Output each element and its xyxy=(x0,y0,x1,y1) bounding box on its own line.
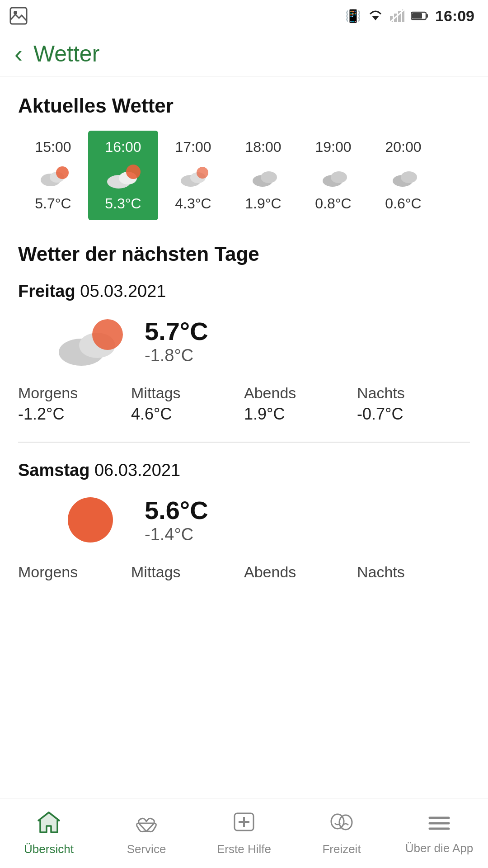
svg-marker-2 xyxy=(372,16,379,20)
saturday-midday-label: Mittags xyxy=(131,563,181,581)
hourly-temp-4: 0.8°C xyxy=(315,195,351,212)
bottom-nav: Übersicht Service Erste Hilfe xyxy=(0,798,488,868)
nav-label-ubersicht: Übersicht xyxy=(24,842,74,856)
hourly-icon-4 xyxy=(315,162,352,189)
nav-item-service[interactable]: Service xyxy=(98,811,195,856)
nav-label-erste-hilfe: Erste Hilfe xyxy=(217,842,271,856)
svg-point-29 xyxy=(68,497,113,542)
vibrate-icon: 📳 xyxy=(345,9,361,24)
divider-1 xyxy=(18,442,470,443)
nav-item-erste-hilfe[interactable]: Erste Hilfe xyxy=(195,811,293,856)
firstaid-icon xyxy=(232,811,256,839)
friday-main-row: 5.7°C -1.8°C xyxy=(18,314,470,368)
nav-item-ubersicht[interactable]: Übersicht xyxy=(0,811,98,856)
hourly-item-0[interactable]: 15:00 5.7°C xyxy=(18,131,88,220)
saturday-date: 06.03.2021 xyxy=(94,461,180,480)
friday-periods: Morgens -1.2°C Mittags 4.6°C Abends 1.9°… xyxy=(18,384,470,424)
saturday-periods: Morgens Mittags Abends Nachts xyxy=(18,563,470,584)
friday-night-temp: -0.7°C xyxy=(357,405,403,424)
svg-point-25 xyxy=(401,171,417,183)
svg-marker-31 xyxy=(38,812,59,832)
forecast-section: Wetter der nächsten Tage Freitag 05.03.2… xyxy=(18,243,470,584)
svg-point-16 xyxy=(126,165,141,179)
nav-label-uber-die-app: Über die App xyxy=(405,841,473,855)
day-forecast-saturday: Samstag 06.03.2021 5.6°C -1.4°C Morgens xyxy=(18,461,470,584)
saturday-midday: Mittags xyxy=(131,563,244,584)
hourly-item-2[interactable]: 17:00 4.3°C xyxy=(158,131,228,220)
friday-header: Freitag 05.03.2021 xyxy=(18,282,470,301)
saturday-temp-low: -1.4°C xyxy=(145,525,208,544)
friday-morning-label: Morgens xyxy=(18,384,78,402)
hourly-item-4[interactable]: 19:00 0.8°C xyxy=(298,131,368,220)
nav-label-service: Service xyxy=(127,842,166,856)
hourly-icon-0 xyxy=(35,162,71,189)
hourly-row: 15:00 5.7°C 16:00 xyxy=(18,131,438,220)
friday-morning-temp: -1.2°C xyxy=(18,405,64,424)
saturday-morning: Morgens xyxy=(18,563,131,584)
saturday-night: Nachts xyxy=(357,563,470,584)
clock-display: 16:09 xyxy=(435,7,474,25)
saturday-temps: 5.6°C -1.4°C xyxy=(145,495,208,544)
friday-evening: Abends 1.9°C xyxy=(244,384,357,424)
back-button[interactable]: ‹ xyxy=(14,42,23,66)
friday-midday-temp: 4.6°C xyxy=(131,405,172,424)
svg-point-21 xyxy=(261,171,277,183)
hourly-temp-3: 1.9°C xyxy=(245,195,281,212)
status-bar-right: 📳 16:09 xyxy=(345,7,474,25)
hourly-time-0: 15:00 xyxy=(35,139,71,156)
saturday-icon xyxy=(54,493,127,547)
current-weather-title: Aktuelles Wetter xyxy=(18,94,470,117)
hourly-icon-5 xyxy=(385,162,422,189)
status-bar: 📳 16:09 xyxy=(0,0,488,32)
friday-temp-low: -1.8°C xyxy=(145,346,208,365)
saturday-dayname: Samstag xyxy=(18,461,89,480)
nav-item-uber-die-app[interactable]: Über die App xyxy=(390,811,488,855)
svg-point-13 xyxy=(56,166,69,179)
hourly-icon-2 xyxy=(175,162,211,189)
svg-rect-0 xyxy=(10,8,27,24)
saturday-temp-high: 5.6°C xyxy=(145,495,208,525)
hourly-item-3[interactable]: 18:00 1.9°C xyxy=(228,131,298,220)
svg-point-36 xyxy=(339,815,352,830)
menu-icon xyxy=(427,811,451,838)
friday-night: Nachts -0.7°C xyxy=(357,384,470,424)
header: ‹ Wetter xyxy=(0,32,488,76)
friday-temp-high: 5.7°C xyxy=(145,316,208,346)
svg-rect-10 xyxy=(412,13,422,19)
theater-icon xyxy=(329,811,354,839)
nav-item-freizeit[interactable]: Freizeit xyxy=(293,811,390,856)
current-weather-section: Aktuelles Wetter 15:00 5.7°C xyxy=(18,94,470,220)
hourly-icon-1 xyxy=(105,162,141,189)
saturday-evening-label: Abends xyxy=(244,563,296,581)
hourly-temp-5: 0.6°C xyxy=(385,195,421,212)
wifi-icon xyxy=(367,9,384,22)
saturday-header: Samstag 06.03.2021 xyxy=(18,461,470,480)
friday-temps: 5.7°C -1.8°C xyxy=(145,316,208,365)
hourly-time-5: 20:00 xyxy=(385,139,421,156)
home-icon xyxy=(37,811,61,839)
forecast-title: Wetter der nächsten Tage xyxy=(18,243,470,265)
image-icon xyxy=(9,6,28,25)
hourly-temp-1: 5.3°C xyxy=(105,195,141,212)
signal-icon xyxy=(390,9,404,22)
friday-evening-temp: 1.9°C xyxy=(244,405,285,424)
svg-point-23 xyxy=(331,171,347,183)
page-title: Wetter xyxy=(33,41,99,67)
nav-label-freizeit: Freizeit xyxy=(322,842,361,856)
hourly-time-2: 17:00 xyxy=(175,139,211,156)
saturday-night-label: Nachts xyxy=(357,563,405,581)
service-icon xyxy=(134,811,159,839)
friday-morning: Morgens -1.2°C xyxy=(18,384,131,424)
hourly-time-1: 16:00 xyxy=(105,139,141,156)
hourly-scroll[interactable]: 15:00 5.7°C 16:00 xyxy=(18,131,470,220)
status-bar-left xyxy=(9,6,28,25)
day-forecast-friday: Freitag 05.03.2021 5.7°C -1.8°C xyxy=(18,282,470,424)
hourly-temp-2: 4.3°C xyxy=(175,195,211,212)
battery-icon xyxy=(411,11,429,21)
friday-evening-label: Abends xyxy=(244,384,296,402)
svg-rect-9 xyxy=(426,14,428,18)
main-content: Aktuelles Wetter 15:00 5.7°C xyxy=(0,76,488,656)
hourly-time-4: 19:00 xyxy=(315,139,351,156)
hourly-item-5[interactable]: 20:00 0.6°C xyxy=(368,131,438,220)
hourly-item-1[interactable]: 16:00 5.3°C xyxy=(88,131,158,220)
